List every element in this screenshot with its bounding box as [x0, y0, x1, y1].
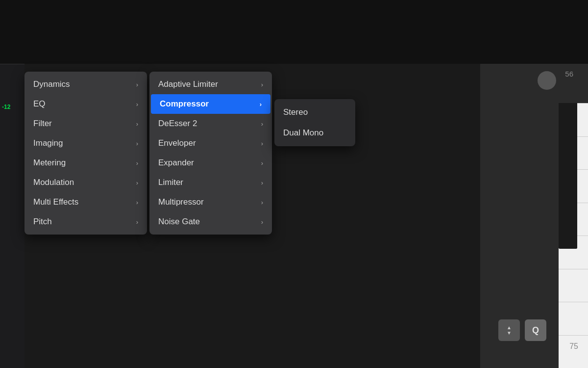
menu-item-modulation[interactable]: Modulation ›	[24, 173, 147, 192]
piano-key-white	[559, 269, 588, 302]
menu-item-limiter[interactable]: Limiter ›	[149, 173, 272, 192]
round-knob[interactable]	[538, 71, 556, 90]
menu-item-multi-effects[interactable]: Multi Effects ›	[24, 192, 147, 212]
level1-menu: Dynamics › EQ › Filter › Imaging › Meter…	[24, 72, 147, 235]
number-75: 75	[569, 342, 578, 351]
menu-item-dual-mono[interactable]: Dual Mono	[274, 123, 355, 143]
piano-key-white	[559, 302, 588, 335]
menus-container: Dynamics › EQ › Filter › Imaging › Meter…	[24, 64, 355, 368]
menu-item-pitch[interactable]: Pitch ›	[24, 212, 147, 232]
menu-item-dynamics[interactable]: Dynamics ›	[24, 75, 147, 94]
menu-item-filter[interactable]: Filter ›	[24, 114, 147, 133]
piano-key-white	[559, 335, 588, 368]
menu-item-adaptive-limiter[interactable]: Adaptive Limiter ›	[149, 75, 272, 94]
menu-item-noise-gate[interactable]: Noise Gate ›	[149, 212, 272, 232]
top-bar	[0, 0, 588, 64]
right-panel: 56	[480, 64, 588, 368]
menu-item-deesser2[interactable]: DeEsser 2 ›	[149, 114, 272, 133]
number-badge-56: 56	[565, 70, 573, 78]
menu-item-imaging[interactable]: Imaging ›	[24, 133, 147, 153]
menu-item-stereo[interactable]: Stereo	[274, 102, 355, 123]
menu-item-metering[interactable]: Metering ›	[24, 153, 147, 173]
level-indicator: -12	[2, 104, 10, 110]
menu-item-enveloper[interactable]: Enveloper ›	[149, 133, 272, 153]
stepper-button[interactable]: ▲ ▼	[498, 319, 520, 341]
menu-item-eq[interactable]: EQ ›	[24, 94, 147, 114]
menu-item-compressor[interactable]: Compressor ›	[151, 94, 270, 114]
menu-item-multipressor[interactable]: Multipressor ›	[149, 192, 272, 212]
menu-item-expander[interactable]: Expander ›	[149, 153, 272, 173]
piano-keys-area	[559, 103, 588, 368]
main-area: -12 Dynamics › EQ › Filter › Imaging › M…	[0, 64, 588, 368]
left-strip: -12	[0, 64, 24, 368]
level3-menu: Stereo Dual Mono	[274, 99, 355, 146]
level2-menu: Adaptive Limiter › Compressor › DeEsser …	[149, 72, 272, 235]
piano-key-black	[559, 103, 577, 249]
bottom-controls: ▲ ▼ Q	[498, 319, 546, 341]
q-button[interactable]: Q	[525, 319, 546, 341]
